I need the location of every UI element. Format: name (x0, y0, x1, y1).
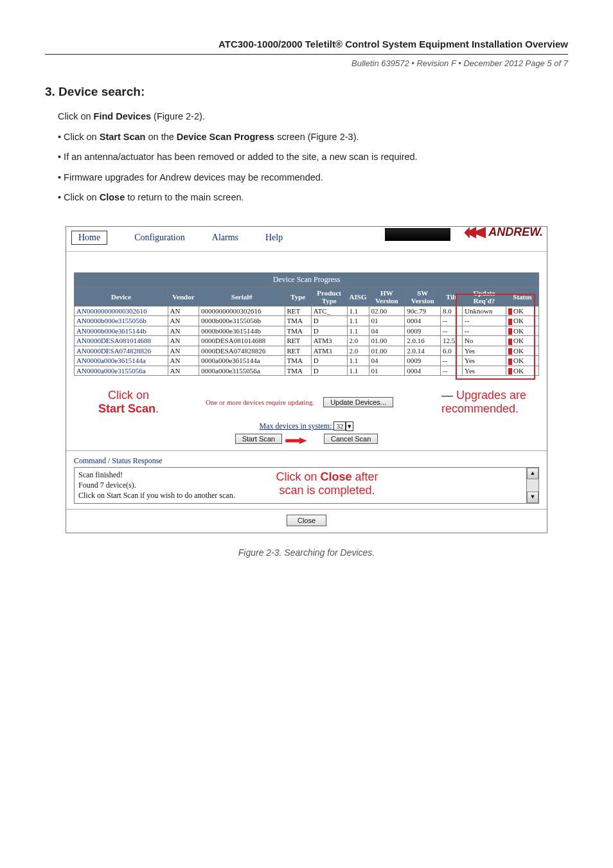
status-led-icon (508, 368, 512, 375)
menu-help[interactable]: Help (265, 233, 283, 243)
cell-sw: 0004 (405, 366, 441, 375)
b4-post: to return to the main screen. (125, 192, 244, 202)
cell-serial: 0000a000e3615144a (199, 356, 285, 366)
cell-aisc: 1.1 (347, 356, 369, 366)
table-row[interactable]: AN0000a000e3615144aAN0000a000e3615144aTM… (75, 356, 539, 366)
cell-aisc: 2.0 (347, 346, 369, 355)
spinner-icon[interactable]: ▾ (346, 421, 353, 431)
max-devices-input[interactable]: 32 (333, 421, 346, 430)
scan-table: Device Vendor Serial# Type Product Type … (74, 287, 539, 376)
col-hw[interactable]: HW Version (369, 287, 405, 306)
cell-status: OK (506, 356, 538, 366)
figure-2-3: Home Configuration Alarms Help ANDREW. D… (66, 226, 547, 558)
b4-bold: Close (100, 192, 125, 202)
cell-ptype: ATM3 (311, 336, 347, 346)
update-devices-area: One or more devices require updating. Up… (206, 397, 395, 407)
cell-sw: 0009 (405, 326, 441, 335)
scroll-up-icon[interactable]: ▲ (527, 468, 538, 479)
status-led-icon (508, 339, 512, 345)
bullet-2: • If an antenna/actuator has been remove… (58, 148, 568, 166)
col-device[interactable]: Device (75, 287, 168, 306)
update-devices-button[interactable]: Update Devices... (323, 397, 393, 407)
max-devices-label: Max devices in system: (260, 421, 332, 430)
col-type[interactable]: Type (285, 287, 311, 306)
section-body: Click on Find Devices (Figure 2-2). • Cl… (58, 108, 568, 207)
intro-pre: Click on (58, 111, 94, 121)
cell-tilt: 8.0 (441, 306, 463, 315)
cell-status: OK (506, 336, 538, 346)
doc-header-meta: Bulletin 639572 • Revision F • December … (45, 58, 568, 68)
cell-tilt: -- (441, 366, 463, 375)
menu-configuration[interactable]: Configuration (134, 233, 185, 243)
cell-ptype: D (311, 356, 347, 366)
status-led-icon (508, 319, 512, 325)
close-button[interactable]: Close (287, 515, 326, 526)
status-led-icon (508, 359, 512, 365)
col-vendor[interactable]: Vendor (168, 287, 199, 306)
table-row[interactable]: AN0000b000e3155056bAN0000b000e3155056bTM… (75, 316, 539, 326)
cell-upd: -- (463, 316, 506, 326)
cell-upd: Yes (463, 356, 506, 366)
menubar: Home Configuration Alarms Help ANDREW. (66, 227, 547, 252)
col-ptype[interactable]: Product Type (311, 287, 347, 306)
scan-table-title: Device Scan Progress (74, 272, 539, 287)
section-heading: 3. Device search: (45, 85, 568, 99)
menu-home[interactable]: Home (71, 231, 107, 245)
cell-upd: Yes (463, 346, 506, 355)
cancel-scan-button[interactable]: Cancel Scan (324, 434, 378, 444)
annot-dot: . (155, 402, 159, 415)
brand-strip (385, 228, 450, 241)
table-row[interactable]: AN00000000000302616AN00000000000302616RE… (75, 306, 539, 315)
cell-device: AN0000a000e3155056a (75, 366, 168, 375)
table-row[interactable]: AN0000b000e3615144bAN0000b000e3615144bTM… (75, 326, 539, 335)
textarea-scrollbar[interactable]: ▲ ▼ (526, 468, 538, 503)
cell-status: OK (506, 326, 538, 335)
col-status[interactable]: Status (506, 287, 538, 306)
col-tilt[interactable]: Tilt (441, 287, 463, 306)
col-sw[interactable]: SW Version (405, 287, 441, 306)
cell-ptype: D (311, 326, 347, 335)
brand-logo: ANDREW. (464, 226, 543, 239)
cell-vendor: AN (168, 316, 199, 326)
cell-aisc: 1.1 (347, 326, 369, 335)
table-row[interactable]: AN0000DESA081014688AN0000DESA081014688RE… (75, 336, 539, 346)
cell-vendor: AN (168, 366, 199, 375)
scroll-down-icon[interactable]: ▼ (527, 492, 538, 503)
cell-sw: 2.0.14 (405, 346, 441, 355)
table-row[interactable]: AN0000a000e3155056aAN0000a000e3155056aTM… (75, 366, 539, 375)
status-led-icon (508, 308, 512, 315)
cell-hw: 02.00 (369, 306, 405, 315)
cell-aisc: 1.1 (347, 366, 369, 375)
cell-vendor: AN (168, 336, 199, 346)
menu-alarms[interactable]: Alarms (212, 233, 238, 243)
cmd-l1: Scan finished! (78, 470, 123, 479)
cell-type: RET (285, 346, 311, 355)
cell-serial: 0000a000e3155056a (199, 366, 285, 375)
annot-click-start-scan: Click on Start Scan. (98, 389, 159, 415)
b1-bold1: Start Scan (100, 132, 146, 142)
start-scan-button[interactable]: Start Scan (235, 434, 282, 444)
upg-l1: Upgrades are (456, 389, 526, 402)
annotation-row: Click on Start Scan. One or more devices… (66, 377, 547, 418)
cell-vendor: AN (168, 326, 199, 335)
b1-bold2: Device Scan Progress (177, 132, 274, 142)
cell-device: AN00000000000302616 (75, 306, 168, 315)
scan-table-zone: Device Scan Progress Device Vendor Seria… (66, 269, 547, 377)
table-row[interactable]: AN0000DESA074828826AN0000DESA074828826RE… (75, 346, 539, 355)
cell-type: TMA (285, 326, 311, 335)
col-aisc[interactable]: AISG (347, 287, 369, 306)
cell-hw: 01 (369, 366, 405, 375)
cell-hw: 04 (369, 326, 405, 335)
col-upd[interactable]: Update Req'd? (463, 287, 506, 306)
cell-upd: Unknown (463, 306, 506, 315)
annot-upgrades-recommended: — Upgrades are recommended. (441, 389, 526, 415)
cell-sw: 2.0.16 (405, 336, 441, 346)
command-status-title: Command / Status Response (66, 450, 547, 467)
brand-text: ANDREW. (488, 226, 543, 238)
max-devices-line: Max devices in system: 32▾ (66, 418, 547, 432)
col-serial[interactable]: Serial# (199, 287, 285, 306)
cell-tilt: -- (441, 316, 463, 326)
cell-serial: 00000000000302616 (199, 306, 285, 315)
cell-type: RET (285, 336, 311, 346)
cell-hw: 04 (369, 356, 405, 366)
